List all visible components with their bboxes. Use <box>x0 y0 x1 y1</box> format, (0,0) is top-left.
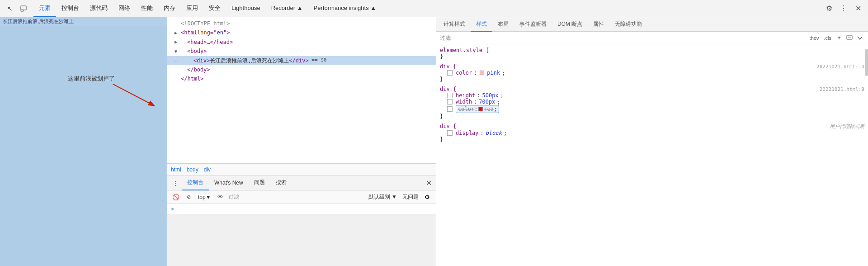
doctype-text: <!DOCTYPE html> <box>181 19 230 28</box>
dom-line-div-selected[interactable]: … <div>长江后浪推前浪,后浪死在沙滩上</div> == $0 <box>167 56 436 65</box>
css-rule-div-1-header: div { 20221021.html:14 <box>440 63 864 70</box>
more-icon[interactable]: ⋮ <box>837 2 850 15</box>
css-prop-name-color-1: color <box>456 70 472 76</box>
console-right-controls: 默认级别 ▼ 无问题 ⚙ <box>367 192 432 202</box>
dom-tree[interactable]: <!DOCTYPE html> ▶ <html lang="en"> ▶ <he… <box>167 17 436 163</box>
css-selector-element-style[interactable]: element.style { <box>440 47 489 53</box>
dom-line-doctype[interactable]: <!DOCTYPE html> <box>167 19 436 28</box>
css-colon-h: : <box>477 92 480 99</box>
subtab-dom-breakpoints[interactable]: DOM 断点 <box>552 17 588 32</box>
console-tab-issues[interactable]: 问题 <box>249 176 270 190</box>
color-checkbox-w[interactable] <box>447 99 453 104</box>
level-select[interactable]: 默认级别 ▼ <box>367 192 399 202</box>
dom-line-body[interactable]: ▼ <body> <box>167 47 436 56</box>
tab-sources[interactable]: 源代码 <box>85 0 113 17</box>
settings-icon[interactable]: ⚙ <box>823 2 835 15</box>
css-rule-div-1: div { 20221021.html:14 color : pink ; } <box>436 62 868 85</box>
color-checkbox-d[interactable] <box>447 130 453 136</box>
tab-memory[interactable]: 内存 <box>158 0 181 17</box>
console-clear-icon[interactable]: 🚫 <box>171 192 181 202</box>
tab-lighthouse[interactable]: Lighthouse <box>226 0 266 17</box>
console-block-icon[interactable]: ⊘ <box>184 192 193 202</box>
svg-rect-1 <box>21 10 24 11</box>
css-prop-display[interactable]: display : block ; <box>440 130 864 136</box>
inspect-icon[interactable] <box>17 2 30 15</box>
css-value-width: 700px <box>479 99 495 105</box>
console-tab-whatsnew[interactable]: What's New <box>209 176 249 190</box>
console-tab-search[interactable]: 搜索 <box>270 176 292 190</box>
subtab-event-listeners[interactable]: 事件监听器 <box>514 17 552 32</box>
tab-recorder[interactable]: Recorder ▲ <box>266 0 308 17</box>
cls-button[interactable]: .cls <box>822 35 834 41</box>
expand-icon[interactable] <box>855 33 864 43</box>
css-prop-name-width: width <box>456 99 472 105</box>
css-source-div-2[interactable]: 20221021.html:9 <box>820 86 864 92</box>
console-toolbar: 🚫 ⊘ top ▼ 👁 过滤 默认级别 ▼ 无问题 ⚙ <box>167 190 436 204</box>
dom-head-collapsed: <head>…</head> <box>187 38 233 47</box>
css-source-div-3[interactable]: 用户代理样式表 <box>830 123 864 130</box>
subtab-accessibility[interactable]: 无障碍功能 <box>609 17 647 32</box>
tab-elements[interactable]: 元素 <box>33 0 56 17</box>
css-rule-element-style-header: element.style { <box>440 47 864 53</box>
color-swatch-pink[interactable] <box>480 71 484 75</box>
new-style-rule-icon[interactable] <box>845 33 854 43</box>
css-value-display: block <box>486 130 502 136</box>
css-prop-color-red[interactable]: color : red ; <box>440 105 864 113</box>
top-value: top <box>198 194 206 200</box>
subtab-properties[interactable]: 属性 <box>588 17 609 32</box>
subtab-computed[interactable]: 计算样式 <box>438 17 471 32</box>
console-eye-icon[interactable]: 👁 <box>216 192 226 202</box>
color-checkbox-1[interactable] <box>447 70 453 76</box>
css-colon-1: : <box>474 70 477 76</box>
dom-line-head[interactable]: ▶ <head>…</head> <box>167 38 436 47</box>
tab-network[interactable]: 网络 <box>113 0 136 17</box>
console-tab-console[interactable]: 控制台 <box>182 176 209 190</box>
css-prop-height[interactable]: height : 500px ; <box>440 92 864 99</box>
hov-button[interactable]: :hov <box>808 35 821 41</box>
color-swatch-red[interactable] <box>478 107 483 111</box>
css-selector-div-2[interactable]: div { <box>440 86 456 92</box>
dom-html-close: </html> <box>181 74 204 83</box>
console-settings-icon[interactable]: ⚙ <box>422 192 432 202</box>
css-selector-div-3[interactable]: div { <box>440 123 456 129</box>
color-checkbox-r[interactable] <box>447 106 453 112</box>
add-rule-icon[interactable]: + <box>835 33 844 43</box>
css-colon-r: : <box>474 106 477 112</box>
css-selector-div-1[interactable]: div { <box>440 63 456 70</box>
close-icon[interactable]: ✕ <box>852 2 864 15</box>
tab-security[interactable]: 安全 <box>203 0 226 17</box>
filter-input[interactable] <box>440 35 806 41</box>
dom-div-text: 长江后浪推前浪,后浪死在沙滩上 <box>210 56 289 65</box>
tab-console[interactable]: 控制台 <box>56 0 85 17</box>
dom-arrow-4: ▼ <box>175 48 181 55</box>
styles-scrollbar[interactable] <box>865 49 868 76</box>
dom-line-body-close[interactable]: </body> <box>167 65 436 74</box>
color-checkbox-h[interactable] <box>447 93 453 98</box>
subtab-styles[interactable]: 样式 <box>471 17 492 32</box>
cursor-icon[interactable]: ↖ <box>4 2 16 15</box>
breadcrumb-body[interactable]: body <box>187 166 198 173</box>
breadcrumb-div[interactable]: div <box>204 166 211 173</box>
css-source-div-1[interactable]: 20221021.html:14 <box>816 64 864 70</box>
subtab-layout[interactable]: 布局 <box>492 17 514 32</box>
css-highlight-color-red[interactable]: color : red ; <box>456 105 499 113</box>
page-preview: 长江后浪推前浪,后浪死在沙滩上 这里前浪被划掉了 <box>0 17 167 266</box>
console-content[interactable]: > <box>167 204 436 214</box>
css-prop-width[interactable]: width : 700px ; <box>440 99 864 105</box>
dom-div-tag: <div> <box>193 56 210 65</box>
console-menu-icon[interactable]: ⋮ <box>169 177 182 190</box>
css-prop-color-pink[interactable]: color : pink ; <box>440 70 864 76</box>
breadcrumb-html[interactable]: html <box>171 166 181 173</box>
console-close-icon[interactable]: ✕ <box>423 178 434 189</box>
breadcrumb: html body div <box>167 163 436 176</box>
dom-line-html[interactable]: ▶ <html lang="en"> <box>167 28 436 37</box>
dom-body-open: <body> <box>187 47 207 56</box>
tab-performance[interactable]: 性能 <box>136 0 158 17</box>
tab-performance-insights[interactable]: Performance insights ▲ <box>308 0 382 17</box>
css-value-pink: pink <box>487 70 500 76</box>
console-prompt: > <box>171 206 432 212</box>
toolbar-icons: ↖ <box>4 2 30 15</box>
dom-line-html-close[interactable]: </html> <box>167 74 436 83</box>
tab-application[interactable]: 应用 <box>181 0 203 17</box>
top-select[interactable]: top ▼ <box>196 193 213 201</box>
